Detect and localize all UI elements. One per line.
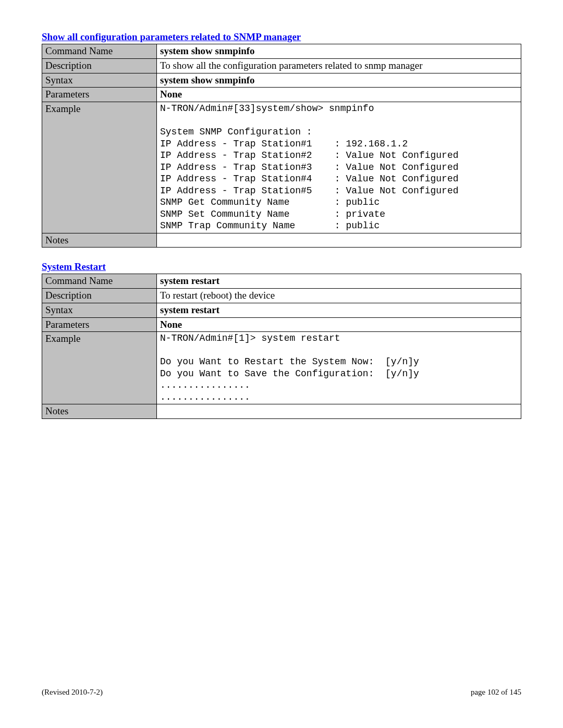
row-label: Parameters [42, 317, 157, 332]
section-title-restart: System Restart [42, 261, 521, 273]
row-label: Example [42, 102, 157, 233]
footer-left: (Revised 2010-7-2) [42, 688, 103, 697]
table-row: Command Name system show snmpinfo [42, 44, 521, 59]
table-row: Example N-TRON/Admin#[33]system/show> sn… [42, 102, 521, 233]
row-label: Notes [42, 404, 157, 419]
table-row: Syntax system show snmpinfo [42, 73, 521, 88]
row-value: None [157, 88, 521, 102]
table-row: Command Name system restart [42, 274, 521, 289]
table-row: Notes [42, 404, 521, 419]
command-table-restart: Command Name system restart Description … [42, 274, 521, 419]
row-label: Parameters [42, 88, 157, 102]
section-gap [42, 248, 521, 261]
row-value: N-TRON/Admin#[1]> system restart Do you … [157, 332, 521, 404]
row-label: Syntax [42, 73, 157, 88]
row-value [157, 404, 521, 419]
table-row: Syntax system restart [42, 303, 521, 317]
row-value: system restart [157, 274, 521, 289]
row-value [157, 233, 521, 248]
row-value: To show all the configuration parameters… [157, 58, 521, 73]
section-title-snmp: Show all configuration parameters relate… [42, 31, 521, 43]
table-row: Description To show all the configuratio… [42, 58, 521, 73]
document-page: Show all configuration parameters relate… [0, 0, 563, 728]
row-label: Command Name [42, 44, 157, 59]
table-row: Notes [42, 233, 521, 248]
page-footer: (Revised 2010-7-2) page 102 of 145 [42, 688, 521, 697]
row-label: Example [42, 332, 157, 404]
row-value: To restart (reboot) the device [157, 289, 521, 303]
row-label: Syntax [42, 303, 157, 317]
footer-right: page 102 of 145 [471, 688, 521, 697]
row-value: system show snmpinfo [157, 44, 521, 59]
row-label: Description [42, 289, 157, 303]
row-value: None [157, 317, 521, 332]
table-row: Description To restart (reboot) the devi… [42, 289, 521, 303]
row-label: Notes [42, 233, 157, 248]
row-value: N-TRON/Admin#[33]system/show> snmpinfo S… [157, 102, 521, 233]
row-label: Command Name [42, 274, 157, 289]
command-table-snmp: Command Name system show snmpinfo Descri… [42, 44, 521, 248]
table-row: Parameters None [42, 88, 521, 102]
row-value: system restart [157, 303, 521, 317]
table-row: Example N-TRON/Admin#[1]> system restart… [42, 332, 521, 404]
table-row: Parameters None [42, 317, 521, 332]
row-value: system show snmpinfo [157, 73, 521, 88]
row-label: Description [42, 58, 157, 73]
